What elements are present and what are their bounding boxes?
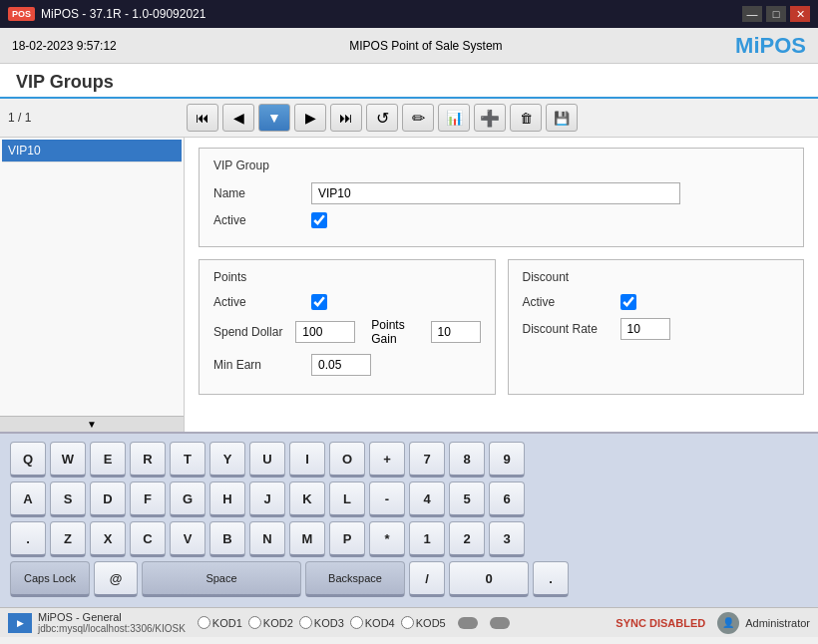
kod-radio-group: KOD1 KOD2 KOD3 KOD4 KOD5 [198, 616, 446, 629]
discount-rate-row: Discount Rate [523, 318, 790, 340]
nav-down-button[interactable]: ▼ [258, 104, 290, 132]
key-8[interactable]: 8 [449, 442, 485, 478]
key-b[interactable]: B [209, 521, 245, 557]
key-4[interactable]: 4 [409, 482, 445, 517]
key-7[interactable]: 7 [409, 442, 445, 478]
delete-button[interactable]: 🗑 [510, 104, 542, 132]
close-button[interactable]: ✕ [790, 6, 810, 22]
key-g[interactable]: G [170, 482, 205, 517]
key-o[interactable]: O [329, 442, 365, 478]
key-dot[interactable]: . [10, 521, 46, 557]
key-plus[interactable]: + [369, 442, 405, 478]
key-z[interactable]: Z [50, 521, 86, 557]
app-logo-icon: POS [8, 7, 35, 21]
key-i[interactable]: I [289, 442, 325, 478]
key-v[interactable]: V [170, 521, 205, 557]
key-w[interactable]: W [50, 442, 86, 478]
key-j[interactable]: J [249, 482, 285, 517]
add-button[interactable]: ➕ [474, 104, 506, 132]
key-3[interactable]: 3 [489, 521, 525, 557]
key-s[interactable]: S [50, 482, 86, 517]
backspace-button[interactable]: Backspace [305, 561, 405, 597]
left-panel: VIP10 ▼ [0, 138, 185, 432]
kod4-radio[interactable]: KOD4 [350, 616, 395, 629]
kod3-radio[interactable]: KOD3 [299, 616, 344, 629]
kod1-radio[interactable]: KOD1 [198, 616, 242, 629]
list-item[interactable]: VIP10 [2, 140, 182, 162]
kod5-radio[interactable]: KOD5 [401, 616, 446, 629]
key-m[interactable]: M [289, 521, 325, 557]
kod5-label: KOD5 [416, 617, 446, 629]
name-row: Name [213, 182, 789, 204]
key-2[interactable]: 2 [449, 521, 485, 557]
status-app-name: MiPOS - General [38, 611, 186, 623]
keyboard: Q W E R T Y U I O + 7 8 9 A S D F G H J … [0, 432, 818, 607]
app-name-display: MIPOS Point of Sale System [349, 39, 502, 53]
status-app-icon: ▶ [8, 613, 32, 633]
window-controls[interactable]: — □ ✕ [742, 6, 810, 22]
points-discount-sections: Points Active Spend Dollar Points Gain M… [199, 259, 804, 395]
key-c[interactable]: C [130, 521, 166, 557]
maximize-button[interactable]: □ [766, 6, 786, 22]
nav-first-button[interactable]: ⏮ [187, 104, 218, 132]
min-earn-input[interactable] [311, 354, 371, 376]
nav-prev-button[interactable]: ◀ [222, 104, 254, 132]
key-a[interactable]: A [10, 482, 46, 517]
keyboard-row-1: Q W E R T Y U I O + 7 8 9 [10, 442, 808, 478]
minimize-button[interactable]: — [742, 6, 762, 22]
key-asterisk[interactable]: * [369, 521, 405, 557]
admin-avatar: 👤 [717, 612, 739, 634]
status-app-info: MiPOS - General jdbc:mysql/localhost:330… [38, 611, 186, 634]
key-h[interactable]: H [209, 482, 245, 517]
vip-group-section-title: VIP Group [213, 159, 789, 172]
nav-last-button[interactable]: ⏭ [330, 104, 362, 132]
edit-button[interactable]: ✏ [402, 104, 434, 132]
active-label: Active [213, 213, 303, 227]
key-x[interactable]: X [90, 521, 126, 557]
discount-active-checkbox[interactable] [620, 294, 636, 310]
key-e[interactable]: E [90, 442, 126, 478]
nav-next-button[interactable]: ▶ [294, 104, 326, 132]
chart-button[interactable]: 📊 [438, 104, 470, 132]
key-y[interactable]: Y [209, 442, 245, 478]
key-dot-end[interactable]: . [533, 561, 569, 597]
key-minus[interactable]: - [369, 482, 405, 517]
spend-dollar-input[interactable] [295, 321, 355, 343]
space-button[interactable]: Space [142, 561, 301, 597]
discount-rate-input[interactable] [620, 318, 670, 340]
points-gain-input[interactable] [431, 321, 481, 343]
caps-lock-button[interactable]: Caps Lock [10, 561, 90, 597]
refresh-button[interactable]: ↺ [366, 104, 398, 132]
active-checkbox[interactable] [311, 212, 327, 228]
key-n[interactable]: N [249, 521, 285, 557]
kod2-radio[interactable]: KOD2 [248, 616, 293, 629]
discount-rate-label: Discount Rate [523, 322, 613, 336]
key-k[interactable]: K [289, 482, 325, 517]
datetime-display: 18-02-2023 9:57:12 [12, 39, 117, 53]
key-at[interactable]: @ [94, 561, 138, 597]
key-l[interactable]: L [329, 482, 365, 517]
sync-status-label: SYNC DISABLED [615, 617, 705, 629]
title-left: POS MiPOS - 37.1R - 1.0-09092021 [8, 7, 205, 21]
kod4-label: KOD4 [365, 617, 395, 629]
key-t[interactable]: T [170, 442, 205, 478]
key-f[interactable]: F [130, 482, 166, 517]
key-1[interactable]: 1 [409, 521, 445, 557]
status-indicator-2 [490, 617, 510, 629]
key-9[interactable]: 9 [489, 442, 525, 478]
key-p[interactable]: P [329, 521, 365, 557]
key-0[interactable]: 0 [449, 561, 529, 597]
name-input[interactable] [311, 182, 680, 204]
header-bar: 18-02-2023 9:57:12 MIPOS Point of Sale S… [0, 28, 818, 64]
points-active-checkbox[interactable] [311, 294, 327, 310]
key-slash[interactable]: / [409, 561, 445, 597]
discount-active-label: Active [523, 295, 613, 309]
key-u[interactable]: U [249, 442, 285, 478]
key-r[interactable]: R [130, 442, 166, 478]
key-5[interactable]: 5 [449, 482, 485, 517]
save-button[interactable]: 💾 [546, 104, 578, 132]
key-6[interactable]: 6 [489, 482, 525, 517]
list-scroll-down[interactable]: ▼ [0, 416, 184, 432]
key-q[interactable]: Q [10, 442, 46, 478]
key-d[interactable]: D [90, 482, 126, 517]
